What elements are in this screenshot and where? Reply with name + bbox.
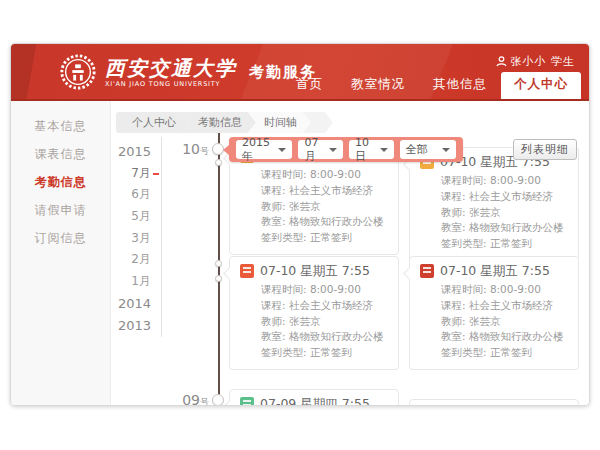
user-icon [496, 56, 507, 67]
nav-item-home[interactable]: 首页 [282, 72, 337, 99]
mini-timeline: 2015 7月 6月 5月 3月 2月 1月 2014 2013 [106, 141, 151, 336]
mini-timeline-year[interactable]: 2014 [106, 293, 151, 315]
chevron-down-icon [380, 148, 388, 152]
attendance-card: 07-09 星期四 7:55 [229, 389, 399, 406]
year-select-value: 2015年 [242, 136, 272, 164]
mini-timeline-year[interactable]: 2013 [106, 315, 151, 337]
calendar-icon [240, 397, 254, 406]
breadcrumb-attendance-info[interactable]: 考勤信息 [182, 112, 256, 133]
mini-timeline-separator [161, 137, 162, 337]
mini-timeline-month[interactable]: 6月 [106, 184, 151, 206]
card-field: 课程时间: 8:00-9:00 [441, 173, 568, 189]
breadcrumb-personal-center[interactable]: 个人中心 [116, 112, 190, 133]
card-field: 教室: 格物致知行政办公楼 [261, 214, 388, 230]
type-select[interactable]: 全部 [400, 140, 456, 159]
mini-timeline-month[interactable]: 2月 [106, 249, 151, 271]
timeline-node [212, 394, 224, 406]
card-field: 课程时间: 8:00-9:00 [261, 282, 388, 298]
sidebar-item-schedule-info[interactable]: 课表信息 [11, 140, 110, 168]
app-body: 基本信息 课表信息 考勤信息 请假申请 订阅信息 个人中心 考勤信息 时间轴 2… [11, 101, 589, 406]
main-nav: 首页 教室情况 其他信息 个人中心 [282, 72, 581, 99]
card-fields: 课程时间: 8:00-9:00 课程: 社会主义市场经济 教师: 张芸京 教室:… [240, 282, 388, 361]
card-field: 课程: 社会主义市场经济 [441, 189, 568, 205]
card-field: 教室: 格物致知行政办公楼 [441, 329, 568, 345]
card-date: 07-10 星期五 7:55 [260, 263, 370, 280]
sidebar: 基本信息 课表信息 考勤信息 请假申请 订阅信息 [11, 101, 111, 406]
day-select[interactable]: 10日 [349, 140, 394, 159]
timeline-node [215, 275, 222, 282]
card-date: 07-09 星期四 7:55 [260, 396, 370, 407]
card-field: 课程: 社会主义市场经济 [261, 298, 388, 314]
month-select[interactable]: 07月 [298, 140, 343, 159]
card-field: 课程时间: 8:00-9:00 [261, 167, 388, 183]
card-field: 教室: 格物致知行政办公楼 [441, 220, 568, 236]
attendance-card: 07-10 星期五 7:55 课程时间: 8:00-9:00 课程: 社会主义市… [409, 256, 579, 370]
card-header: 07-10 星期五 7:55 [240, 263, 388, 279]
year-select[interactable]: 2015年 [236, 140, 292, 159]
mini-timeline-month[interactable]: 5月 [106, 206, 151, 228]
card-field: 签到类型: 正常签到 [441, 236, 568, 252]
day-marker-09: 09号 [169, 392, 209, 406]
mini-timeline-year[interactable]: 2015 [106, 141, 151, 163]
attendance-card: 07-10 星期五 7:55 课程时间: 8:00-9:00 课程: 社会主义市… [229, 256, 399, 370]
nav-item-personal-center[interactable]: 个人中心 [501, 72, 581, 99]
card-field: 教师: 张芸京 [261, 314, 388, 330]
card-fields: 课程时间: 8:00-9:00 课程: 社会主义市场经济 教师: 张芸京 教室:… [420, 173, 568, 252]
timeline-node [215, 260, 222, 267]
sidebar-item-leave-request[interactable]: 请假申请 [11, 196, 110, 224]
sidebar-item-subscription-info[interactable]: 订阅信息 [11, 224, 110, 252]
page: 西安交通大学 XI'AN JIAO TONG UNIVERSITY 考勤服务 张… [0, 0, 600, 450]
day-suffix: 号 [200, 146, 209, 156]
card-field: 教师: 张芸京 [441, 314, 568, 330]
type-select-value: 全部 [406, 142, 428, 157]
day-marker-10: 10号 [169, 141, 209, 158]
app-window: 西安交通大学 XI'AN JIAO TONG UNIVERSITY 考勤服务 张… [10, 43, 590, 406]
university-name-zh: 西安交通大学 [105, 57, 237, 79]
day-select-value: 10日 [355, 136, 374, 164]
brand-names: 西安交通大学 XI'AN JIAO TONG UNIVERSITY [105, 57, 237, 88]
current-month-marker [153, 173, 159, 175]
card-field: 签到类型: 正常签到 [261, 230, 388, 246]
university-name-en: XI'AN JIAO TONG UNIVERSITY [105, 80, 237, 88]
day-number: 09 [182, 392, 200, 406]
card-fields: 课程时间: 8:00-9:00 课程: 社会主义市场经济 教师: 张芸京 教室:… [420, 282, 568, 361]
chevron-down-icon [329, 148, 337, 152]
attendance-card [409, 399, 579, 406]
header-decoration [11, 44, 38, 101]
sidebar-item-basic-info[interactable]: 基本信息 [11, 112, 110, 140]
breadcrumb: 个人中心 考勤信息 时间轴 [116, 112, 333, 133]
sidebar-item-attendance-info[interactable]: 考勤信息 [11, 168, 110, 196]
card-field: 教室: 格物致知行政办公楼 [261, 329, 388, 345]
card-date: 07-10 星期五 7:55 [440, 263, 550, 280]
app-header: 西安交通大学 XI'AN JIAO TONG UNIVERSITY 考勤服务 张… [11, 44, 589, 101]
card-field: 课程: 社会主义市场经济 [441, 298, 568, 314]
chevron-down-icon [278, 148, 286, 152]
nav-item-other-info[interactable]: 其他信息 [419, 72, 501, 99]
university-logo-icon [59, 53, 97, 91]
user-info[interactable]: 张小小 学生 [496, 54, 576, 69]
timeline-node [215, 159, 222, 166]
chevron-down-icon [442, 148, 450, 152]
card-header: 07-09 星期四 7:55 [240, 396, 388, 406]
mini-timeline-month[interactable]: 1月 [106, 271, 151, 293]
day-number: 10 [182, 141, 200, 157]
list-detail-button[interactable]: 列表明细 [513, 139, 577, 160]
card-header: 07-10 星期五 7:55 [420, 263, 568, 279]
user-role: 学生 [551, 54, 575, 69]
brand: 西安交通大学 XI'AN JIAO TONG UNIVERSITY 考勤服务 [59, 53, 317, 91]
card-field: 课程: 社会主义市场经济 [261, 183, 388, 199]
mini-timeline-month-current[interactable]: 7月 [106, 163, 151, 185]
attendance-card: 07-10 星期五 7:55 课程时间: 8:00-9:00 课程: 社会主义市… [409, 147, 579, 261]
breadcrumb-timeline[interactable]: 时间轴 [248, 112, 311, 133]
user-name: 张小小 [511, 54, 547, 69]
card-field: 签到类型: 正常签到 [441, 345, 568, 361]
month-select-value: 07月 [304, 136, 323, 164]
mini-timeline-month-label: 7月 [131, 166, 151, 180]
card-field: 签到类型: 正常签到 [261, 345, 388, 361]
calendar-icon [240, 264, 254, 278]
card-field: 课程时间: 8:00-9:00 [441, 282, 568, 298]
card-field: 教师: 张芸京 [441, 205, 568, 221]
mini-timeline-month[interactable]: 3月 [106, 228, 151, 250]
card-field: 教师: 张芸京 [261, 199, 388, 215]
nav-item-classrooms[interactable]: 教室情况 [337, 72, 419, 99]
